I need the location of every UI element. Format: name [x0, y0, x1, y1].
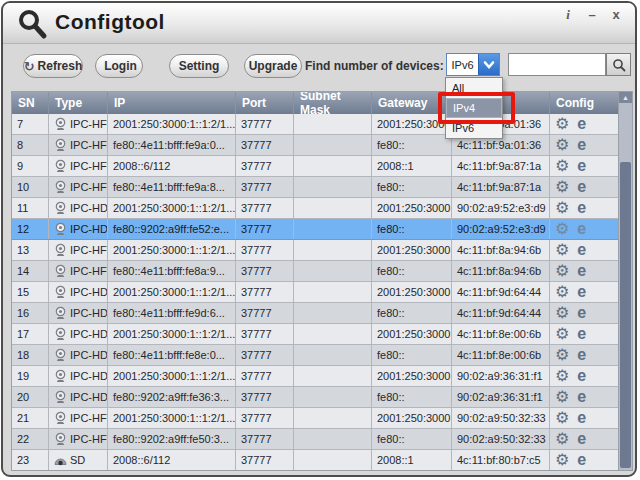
cell-gateway: fe80:: [372, 303, 452, 323]
browser-e-icon[interactable]: e [577, 326, 586, 342]
camera-icon [54, 327, 67, 341]
table-row[interactable]: 20 IPC-HDB420... fe80::9202:a9ff:fe36:3.… [12, 387, 632, 408]
table-row[interactable]: 15 IPC-HDW43... 2001:250:3000:1::1:2/1..… [12, 282, 632, 303]
browser-e-icon[interactable]: e [577, 368, 586, 384]
upgrade-button[interactable]: Upgrade [244, 54, 302, 78]
table-row[interactable]: 7 IPC-HFW42... 2001:250:3000:1::1:2/1...… [12, 114, 632, 135]
table-row[interactable]: 8 IPC-HFW42... fe80::4e11:bfff:fe9a:0...… [12, 135, 632, 156]
dropdown-option-ipv4[interactable]: IPv4 [446, 98, 502, 118]
table-row[interactable]: 22 IPC-HFW52... fe80::9202:a9ff:fe50:3..… [12, 429, 632, 450]
table-row[interactable]: 18 IPC-HDBW4... fe80::4e11:bfff:fe8e:0..… [12, 345, 632, 366]
table-row[interactable]: 11 IPC-HDW41... 2001:250:3000:1::1:2/1..… [12, 198, 632, 219]
browser-e-icon[interactable]: e [577, 179, 586, 195]
table-row[interactable]: 19 IPC-HDB420... 2001:250:3000:1::1:2/1.… [12, 366, 632, 387]
cell-gateway: fe80:: [372, 387, 452, 407]
gear-icon[interactable]: ⚙ [555, 368, 569, 384]
dropdown-option-ipv6[interactable]: IPv6 [446, 118, 502, 138]
gear-icon[interactable]: ⚙ [555, 389, 569, 405]
browser-e-icon[interactable]: e [577, 116, 586, 132]
table-row[interactable]: 10 IPC-HFW82... fe80::4e11:bfff:fe9a:8..… [12, 177, 632, 198]
browser-e-icon[interactable]: e [577, 242, 586, 258]
cell-subnet-mask [294, 387, 372, 407]
browser-e-icon[interactable]: e [577, 284, 586, 300]
table-row[interactable]: 23 SD 2008::6/112 37777 2008::1 4c:11:bf… [12, 450, 632, 471]
table-row[interactable]: 14 IPC-HFW43... fe80::4e11:bfff:fe8a:9..… [12, 261, 632, 282]
cell-config: ⚙ e [550, 240, 620, 260]
gear-icon[interactable]: ⚙ [555, 158, 569, 174]
gear-icon[interactable]: ⚙ [555, 305, 569, 321]
scrollbar-thumb[interactable] [620, 162, 631, 468]
cell-sn: 23 [12, 450, 49, 470]
gear-icon[interactable]: ⚙ [555, 221, 569, 237]
ip-filter-dropdown[interactable]: IPv6 [446, 53, 500, 76]
dropdown-option-all[interactable]: All [446, 78, 502, 98]
gear-icon[interactable]: ⚙ [555, 137, 569, 153]
column-header-subnet[interactable]: Subnet Mask [294, 92, 372, 114]
chevron-down-icon[interactable] [478, 54, 499, 75]
column-header-type[interactable]: Type [49, 92, 108, 114]
cell-port: 37777 [236, 324, 294, 344]
browser-e-icon[interactable]: e [577, 263, 586, 279]
table-row[interactable]: 13 IPC-HFW43... 2001:250:3000:1::1:2/1..… [12, 240, 632, 261]
cell-port: 37777 [236, 114, 294, 134]
gear-icon[interactable]: ⚙ [555, 284, 569, 300]
column-header-gateway[interactable]: Gateway [372, 92, 452, 114]
browser-e-icon[interactable]: e [577, 221, 586, 237]
camera-icon [54, 390, 67, 404]
setting-button[interactable]: Setting [169, 54, 229, 78]
browser-e-icon[interactable]: e [577, 137, 586, 153]
table-row[interactable]: 16 IPC-HDW43... fe80::4e11:bfff:fe9d:6..… [12, 303, 632, 324]
info-button[interactable]: i [561, 7, 575, 23]
scroll-up-icon[interactable]: ▲ [619, 92, 632, 103]
browser-e-icon[interactable]: e [577, 410, 586, 426]
gear-icon[interactable]: ⚙ [555, 263, 569, 279]
column-header-sn[interactable]: SN [12, 92, 49, 114]
table-row[interactable]: 12 IPC-HDW41... fe80::9202:a9ff:fe52:e..… [12, 219, 632, 240]
column-header-ip[interactable]: IP [108, 92, 236, 114]
minimize-button[interactable]: – [585, 7, 599, 23]
gear-icon[interactable]: ⚙ [555, 410, 569, 426]
table-row[interactable]: 21 IPC-HFW52... 2001:250:3000:1::1:2/1..… [12, 408, 632, 429]
cell-port: 37777 [236, 156, 294, 176]
table-row[interactable]: 9 IPC-HFW82... 2008::6/112 37777 2008::1… [12, 156, 632, 177]
cell-type: IPC-HFW52... [49, 408, 108, 428]
cell-type: IPC-HFW42... [49, 114, 108, 134]
cell-mac: 4c:11:bf:8a:94:6b [452, 261, 550, 281]
gear-icon[interactable]: ⚙ [555, 326, 569, 342]
browser-e-icon[interactable]: e [577, 389, 586, 405]
refresh-button[interactable]: ↻ Refresh [23, 54, 83, 78]
cell-mac: 90:02:a9:50:32:33 [452, 408, 550, 428]
table-row[interactable]: 17 IPC-HDBW4... 2001:250:3000:1::1:2/1..… [12, 324, 632, 345]
browser-e-icon[interactable]: e [577, 158, 586, 174]
column-header-config[interactable]: Config [550, 92, 620, 114]
login-button[interactable]: Login [95, 54, 143, 78]
browser-e-icon[interactable]: e [577, 347, 586, 363]
browser-e-icon[interactable]: e [577, 305, 586, 321]
cell-ip: 2001:250:3000:1::1:2/1... [108, 240, 236, 260]
gear-icon[interactable]: ⚙ [555, 452, 569, 468]
column-header-port[interactable]: Port [236, 92, 294, 114]
gear-icon[interactable]: ⚙ [555, 116, 569, 132]
browser-e-icon[interactable]: e [577, 431, 586, 447]
search-button[interactable] [606, 53, 631, 76]
gear-icon[interactable]: ⚙ [555, 179, 569, 195]
table-body: 7 IPC-HFW42... 2001:250:3000:1::1:2/1...… [12, 114, 632, 471]
cell-port: 37777 [236, 240, 294, 260]
browser-e-icon[interactable]: e [577, 200, 586, 216]
browser-e-icon[interactable]: e [577, 452, 586, 468]
cell-sn: 21 [12, 408, 49, 428]
vertical-scrollbar[interactable]: ▲ [618, 92, 632, 470]
gear-icon[interactable]: ⚙ [555, 431, 569, 447]
cell-sn: 16 [12, 303, 49, 323]
cell-config: ⚙ e [550, 156, 620, 176]
cell-config: ⚙ e [550, 366, 620, 386]
cell-ip: 2001:250:3000:1::1:2/1... [108, 324, 236, 344]
close-button[interactable]: x [609, 7, 623, 23]
cell-port: 37777 [236, 198, 294, 218]
cell-sn: 15 [12, 282, 49, 302]
gear-icon[interactable]: ⚙ [555, 347, 569, 363]
search-input[interactable] [508, 53, 606, 76]
gear-icon[interactable]: ⚙ [555, 200, 569, 216]
gear-icon[interactable]: ⚙ [555, 242, 569, 258]
camera-icon [54, 222, 67, 236]
